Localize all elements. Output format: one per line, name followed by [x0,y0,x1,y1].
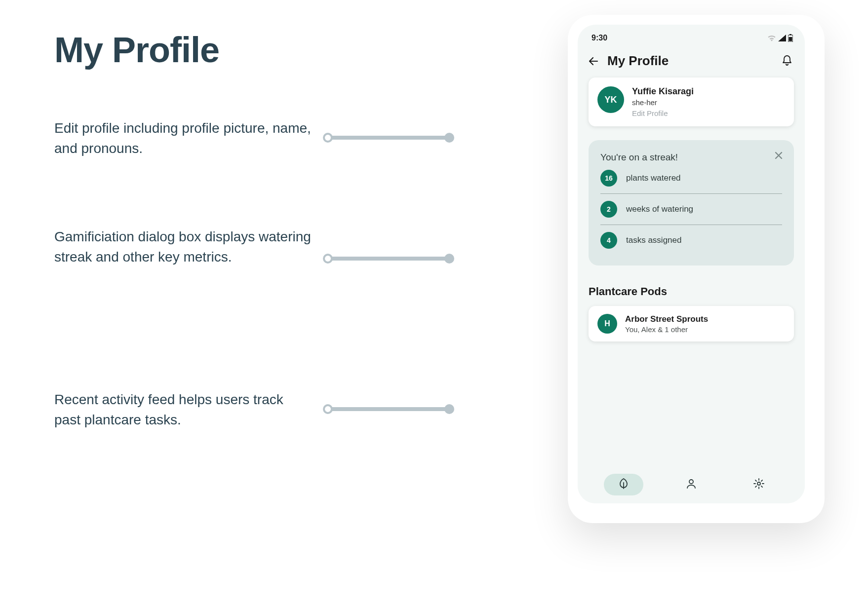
status-time: 9:30 [592,34,607,42]
bottom-nav [578,470,805,503]
annotation-activity-feed: Recent activity feed helps users track p… [54,390,311,430]
profile-pronouns: she-her [632,98,694,107]
metric-row: 16 plants watered [600,163,782,193]
connector-line [326,136,449,140]
metric-label: tasks assigned [626,235,681,245]
pod-card[interactable]: H Arbor Street Sprouts You, Alex & 1 oth… [589,306,794,341]
metric-badge: 16 [600,170,617,187]
avatar: YK [597,86,624,113]
pod-members: You, Alex & 1 other [625,325,708,334]
person-icon [685,478,697,492]
metric-row: 2 weeks of watering [600,193,782,225]
close-icon[interactable] [773,150,784,161]
svg-point-3 [689,480,693,484]
edit-profile-link[interactable]: Edit Profile [632,109,694,117]
annotation-edit-profile: Edit profile including profile picture, … [54,118,311,158]
svg-point-4 [757,482,760,485]
annotation-gamification: Gamificiation dialog box displays wateri… [54,227,311,267]
nav-home-leaf[interactable] [604,474,643,495]
metric-label: plants watered [626,173,681,183]
page-title: My Profile [54,30,219,70]
connector-line [326,407,449,411]
gear-icon [753,478,765,492]
bell-icon[interactable] [781,55,794,68]
nav-settings[interactable] [739,474,779,495]
metric-label: weeks of watering [626,204,693,214]
phone-frame: 9:30 My Profile [578,25,805,503]
nav-profile[interactable] [671,474,711,495]
pod-avatar: H [597,314,617,334]
signal-icon [778,35,786,41]
metric-badge: 2 [600,201,617,218]
battery-icon [788,34,793,42]
wifi-icon [767,35,776,41]
profile-card[interactable]: YK Yuffie Kisaragi she-her Edit Profile [589,77,794,126]
metric-row: 4 tasks assigned [600,225,782,256]
connector-line [326,257,449,261]
svg-rect-2 [789,37,792,41]
back-arrow-icon[interactable] [587,54,600,68]
status-bar: 9:30 [578,25,805,46]
profile-name: Yuffie Kisaragi [632,86,694,97]
pod-name: Arbor Street Sprouts [625,314,708,324]
metric-badge: 4 [600,232,617,249]
leaf-icon [618,478,630,492]
streak-box: You're on a streak! 16 plants watered 2 … [589,140,794,265]
app-bar: My Profile [578,46,805,77]
svg-rect-1 [789,34,791,35]
streak-title: You're on a streak! [600,152,782,163]
app-bar-title: My Profile [607,53,774,69]
section-title-pods: Plantcare Pods [589,285,794,298]
